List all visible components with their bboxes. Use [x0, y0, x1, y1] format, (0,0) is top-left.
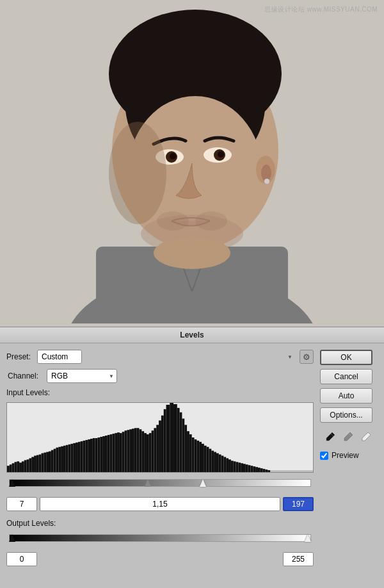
- svg-rect-123: [241, 463, 243, 472]
- svg-rect-119: [231, 461, 234, 472]
- svg-rect-62: [88, 439, 90, 472]
- svg-rect-73: [115, 433, 117, 472]
- svg-rect-92: [161, 416, 164, 472]
- svg-rect-63: [90, 439, 93, 472]
- svg-rect-107: [202, 444, 204, 472]
- svg-rect-50: [58, 447, 61, 472]
- input-gray-slider[interactable]: [145, 479, 151, 487]
- svg-rect-96: [173, 404, 177, 472]
- channel-label: Channel:: [8, 372, 43, 380]
- svg-rect-105: [196, 441, 199, 472]
- black-eyedropper-icon: [326, 431, 336, 443]
- svg-rect-99: [182, 419, 184, 472]
- input-mid-value[interactable]: [40, 497, 280, 511]
- preset-select[interactable]: Custom Default Darker: [37, 350, 82, 364]
- options-button[interactable]: Options...: [320, 407, 372, 423]
- input-values-row: [6, 497, 314, 511]
- svg-rect-42: [39, 455, 42, 472]
- svg-rect-84: [141, 431, 144, 472]
- dialog-title: Levels: [0, 327, 384, 343]
- svg-rect-121: [236, 462, 239, 472]
- input-white-value[interactable]: [283, 497, 314, 511]
- svg-rect-89: [154, 428, 156, 472]
- gear-button[interactable]: ⚙: [300, 350, 314, 364]
- output-slider-track[interactable]: [6, 534, 314, 544]
- svg-rect-108: [204, 446, 207, 472]
- svg-rect-79: [129, 429, 132, 472]
- svg-rect-97: [177, 408, 180, 472]
- cancel-button[interactable]: Cancel: [320, 369, 372, 384]
- svg-rect-110: [209, 449, 211, 472]
- svg-rect-41: [36, 455, 39, 472]
- histogram: [6, 402, 314, 473]
- svg-rect-66: [97, 437, 100, 472]
- svg-rect-124: [243, 464, 246, 472]
- svg-rect-59: [81, 441, 83, 472]
- channel-select-wrapper[interactable]: RGB Red Green Blue: [47, 369, 117, 383]
- svg-rect-60: [83, 441, 86, 472]
- svg-rect-122: [238, 462, 241, 472]
- preset-row: Preset: Custom Default Darker ⚙: [6, 350, 314, 364]
- svg-rect-102: [189, 434, 192, 472]
- gray-eyedropper-button[interactable]: [341, 429, 356, 445]
- gray-eyedropper-icon: [344, 431, 354, 443]
- preset-select-wrapper[interactable]: Custom Default Darker: [37, 350, 296, 364]
- svg-point-27: [154, 237, 230, 269]
- svg-rect-71: [110, 434, 113, 472]
- svg-rect-98: [180, 412, 182, 472]
- auto-button[interactable]: Auto: [320, 388, 372, 404]
- output-black-value[interactable]: [6, 552, 37, 566]
- svg-rect-133: [265, 470, 268, 472]
- white-eyedropper-button[interactable]: [359, 429, 374, 445]
- eyedroppers-row: [320, 429, 378, 445]
- svg-rect-78: [127, 430, 129, 472]
- svg-rect-52: [63, 446, 66, 472]
- photo-area: 思缘设计论坛 www.MISSYUAN.COM: [0, 0, 384, 327]
- svg-rect-44: [44, 453, 46, 472]
- svg-rect-114: [219, 455, 221, 472]
- svg-rect-69: [105, 436, 108, 472]
- ok-button[interactable]: OK: [320, 350, 372, 365]
- output-values-row: [6, 552, 314, 566]
- input-slider-track[interactable]: [6, 479, 314, 489]
- input-black-value[interactable]: [6, 497, 37, 511]
- svg-rect-32: [14, 462, 17, 472]
- svg-rect-70: [108, 435, 110, 472]
- svg-rect-95: [170, 403, 173, 472]
- svg-rect-113: [216, 453, 219, 472]
- svg-rect-101: [187, 431, 189, 472]
- preview-label: Preview: [332, 451, 359, 460]
- svg-point-21: [170, 153, 176, 159]
- white-eyedropper-icon: [362, 431, 372, 443]
- input-black-slider[interactable]: [9, 479, 15, 487]
- svg-rect-116: [223, 457, 226, 472]
- input-white-slider[interactable]: [200, 479, 206, 487]
- svg-rect-118: [228, 459, 231, 472]
- svg-rect-65: [95, 438, 98, 472]
- svg-rect-115: [221, 455, 224, 472]
- output-white-slider[interactable]: [305, 534, 311, 542]
- channel-select[interactable]: RGB Red Green Blue: [47, 369, 117, 383]
- svg-rect-54: [68, 445, 71, 472]
- output-white-value[interactable]: [283, 552, 314, 566]
- svg-rect-100: [184, 425, 187, 472]
- svg-rect-106: [199, 442, 202, 472]
- svg-rect-128: [253, 466, 255, 472]
- svg-rect-53: [66, 445, 68, 472]
- svg-rect-103: [192, 437, 195, 472]
- preview-checkbox[interactable]: [320, 452, 328, 460]
- svg-rect-49: [56, 448, 58, 472]
- svg-point-25: [195, 211, 227, 231]
- preset-label: Preset:: [6, 352, 33, 361]
- svg-rect-93: [164, 409, 166, 472]
- watermark: 思缘设计论坛 www.MISSYUAN.COM: [264, 5, 378, 14]
- svg-rect-109: [207, 447, 209, 472]
- svg-rect-46: [49, 452, 51, 472]
- svg-rect-47: [51, 450, 54, 472]
- black-eyedropper-button[interactable]: [323, 429, 339, 445]
- svg-rect-117: [226, 458, 228, 472]
- output-black-slider[interactable]: [9, 534, 15, 542]
- svg-rect-29: [7, 466, 10, 472]
- svg-rect-80: [132, 429, 134, 472]
- left-panel: Preset: Custom Default Darker ⚙ Channel:…: [6, 350, 314, 582]
